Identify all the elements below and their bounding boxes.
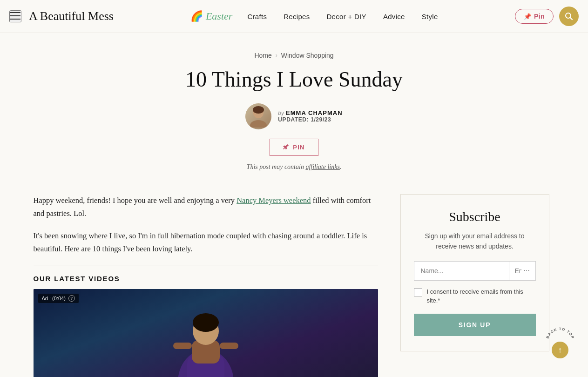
- nav-advice[interactable]: Advice: [383, 13, 405, 20]
- subscribe-name-input[interactable]: [414, 261, 509, 281]
- article-title: 10 Things I Love Sunday: [9, 67, 579, 92]
- sign-up-button[interactable]: SIGN UP: [414, 314, 536, 336]
- updated-date: 1/29/23: [311, 116, 331, 123]
- article-pin-button[interactable]: PIN: [270, 139, 318, 156]
- main-nav: Crafts Recipes Decor + DIY Advice Style: [247, 13, 438, 20]
- author-by-label: by: [278, 110, 284, 116]
- subscribe-inputs: ⋯: [414, 261, 536, 281]
- consent-row: I consent to receive emails from this si…: [414, 287, 536, 305]
- back-to-top[interactable]: BACK TO TOP ↑: [546, 327, 574, 358]
- svg-point-6: [250, 120, 267, 128]
- header-pin-label: Pin: [534, 13, 545, 20]
- back-to-top-arrow-icon: ↑: [558, 345, 562, 355]
- main-content: Happy weekend, friends! I hope you are w…: [34, 194, 378, 377]
- header-center: 🌈 Easter Crafts Recipes Decor + DIY Advi…: [114, 10, 515, 22]
- subscribe-title: Subscribe: [414, 209, 536, 224]
- easter-text: Easter: [206, 10, 232, 22]
- rainbow-icon: 🌈: [190, 10, 203, 22]
- affiliate-link[interactable]: affiliate links: [305, 163, 340, 170]
- breadcrumb-current: Window Shopping: [281, 52, 334, 59]
- avatar: [245, 103, 271, 129]
- svg-line-4: [570, 18, 573, 20]
- pin-icon: 📌: [524, 13, 531, 20]
- updated-label: UPDATED:: [278, 116, 309, 123]
- svg-rect-15: [220, 343, 238, 349]
- author-updated: UPDATED: 1/29/23: [278, 116, 342, 123]
- article-pin-label: PIN: [293, 144, 305, 151]
- sidebar: Subscribe Sign up with your email addres…: [400, 194, 549, 377]
- article-paragraph-2: It's been snowing where I live, so I'm i…: [34, 229, 378, 256]
- subscribe-desc: Sign up with your email address to recei…: [414, 231, 536, 252]
- ad-badge: Ad : (0:04) ?: [38, 294, 79, 303]
- easter-badge[interactable]: 🌈 Easter: [190, 10, 232, 22]
- svg-point-8: [253, 106, 264, 114]
- header-left: A Beautiful Mess: [9, 9, 114, 23]
- avatar-image: [245, 103, 271, 129]
- video-section-title: OUR LATEST VIDEOS: [34, 275, 378, 283]
- article-body: Happy weekend, friends! I hope you are w…: [34, 194, 378, 256]
- article-header: Home › Window Shopping 10 Things I Love …: [0, 33, 588, 185]
- breadcrumb-home[interactable]: Home: [254, 52, 271, 59]
- svg-point-13: [193, 313, 219, 332]
- video-player[interactable]: Ad : (0:04) ?: [34, 289, 378, 377]
- svg-rect-2: [10, 19, 20, 20]
- ad-help-icon[interactable]: ?: [68, 295, 75, 302]
- subscribe-box: Subscribe Sign up with your email addres…: [400, 194, 549, 351]
- nav-decor-diy[interactable]: Decor + DIY: [326, 13, 366, 20]
- site-logo[interactable]: A Beautiful Mess: [29, 9, 114, 23]
- back-to-top-arrow[interactable]: ↑: [552, 342, 568, 358]
- site-header: A Beautiful Mess 🌈 Easter Crafts Recipes…: [0, 0, 588, 33]
- consent-checkbox[interactable]: [414, 288, 422, 296]
- author-name[interactable]: EMMA CHAPMAN: [286, 109, 343, 116]
- author-info: by EMMA CHAPMAN UPDATED: 1/29/23: [278, 109, 342, 123]
- nav-crafts[interactable]: Crafts: [247, 13, 267, 20]
- nancy-meyers-link[interactable]: Nancy Meyers weekend: [237, 196, 311, 205]
- svg-rect-1: [10, 15, 20, 16]
- breadcrumb: Home › Window Shopping: [9, 52, 579, 59]
- ad-badge-text: Ad : (0:04): [42, 296, 66, 301]
- affiliate-notice: This post may contain affiliate links.: [9, 163, 579, 171]
- consent-text: I consent to receive emails from this si…: [427, 287, 536, 305]
- email-expand-icon[interactable]: ⋯: [521, 267, 532, 275]
- hamburger-button[interactable]: [9, 10, 21, 22]
- video-section: OUR LATEST VIDEOS: [34, 265, 378, 377]
- nav-recipes[interactable]: Recipes: [284, 13, 310, 20]
- breadcrumb-separator: ›: [276, 52, 277, 59]
- article-paragraph-1: Happy weekend, friends! I hope you are w…: [34, 194, 378, 220]
- svg-rect-0: [10, 12, 20, 13]
- header-pin-button[interactable]: 📌 Pin: [515, 9, 554, 24]
- content-wrapper: Happy weekend, friends! I hope you are w…: [15, 185, 574, 377]
- header-right: 📌 Pin: [515, 7, 579, 26]
- subscribe-email-input[interactable]: [515, 267, 521, 275]
- search-button[interactable]: [559, 7, 579, 26]
- svg-text:BACK TO TOP: BACK TO TOP: [546, 327, 574, 340]
- nav-style[interactable]: Style: [422, 13, 438, 20]
- svg-rect-14: [173, 343, 192, 349]
- author-row: by EMMA CHAPMAN UPDATED: 1/29/23: [9, 103, 579, 129]
